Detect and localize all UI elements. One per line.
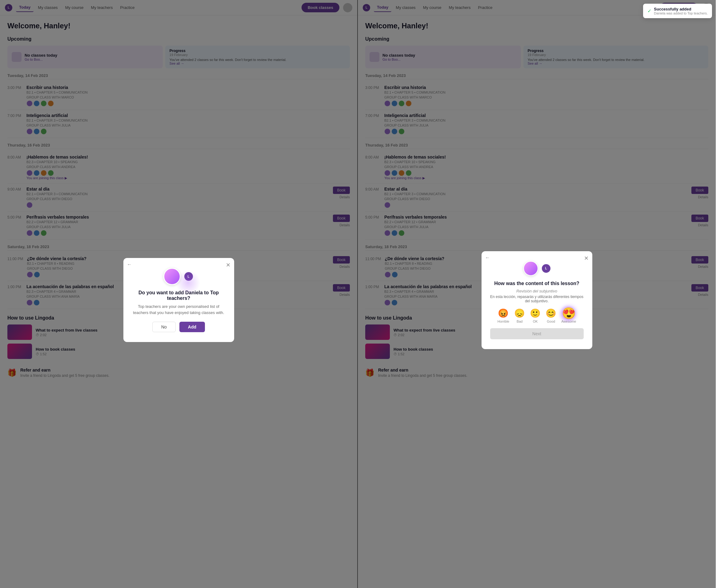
modal-avatar-area-right: L — [490, 261, 584, 276]
modal-title-left: Do you want to add Daniela to Top teache… — [132, 290, 225, 301]
modal-back-btn[interactable]: ← — [127, 262, 132, 267]
rating-bad[interactable]: 😞 Bad — [514, 308, 525, 323]
modal-close-btn-right[interactable]: ✕ — [584, 255, 589, 262]
modal-back-btn-right[interactable]: ← — [485, 255, 490, 260]
modal-desc-left: Top teachers are your own personalised l… — [132, 303, 225, 316]
toast-subtitle: Daniela was added to Top teachers. — [654, 12, 708, 15]
lesson-subtitle: Revisión del subjuntivo — [490, 289, 584, 293]
rating-ok[interactable]: 🙂 OK — [530, 308, 541, 323]
modal-overlay-left: ← ✕ L Do you want to add Daniela to Top … — [0, 0, 357, 588]
modal-avatar-area-left: L — [132, 268, 225, 285]
rating-modal-title: How was the content of this lesson? — [490, 281, 584, 286]
modal-logo-right: L — [542, 264, 550, 273]
teacher-avatar-right — [523, 261, 538, 276]
right-panel: L Today My classes My course My teachers… — [358, 0, 716, 588]
rating-good[interactable]: 😊 Good — [545, 308, 556, 323]
left-panel: L Today My classes My course My teachers… — [0, 0, 358, 588]
rating-modal: ← ✕ L How was the content of this lesson… — [481, 251, 592, 349]
modal-no-btn[interactable]: No — [152, 322, 176, 332]
rating-horrible[interactable]: 😡 Horrible — [498, 308, 509, 323]
toast-check-icon: ✓ — [647, 8, 651, 14]
modal-buttons-left: No Add — [132, 322, 225, 332]
modal-add-btn[interactable]: Add — [179, 322, 205, 332]
add-teacher-modal: ← ✕ L Do you want to add Daniela to Top … — [123, 258, 234, 342]
toast-title: Successfully added — [654, 7, 708, 12]
rating-awesome[interactable]: 😍 Awesome — [561, 308, 576, 323]
modal-overlay-right: ← ✕ L How was the content of this lesson… — [358, 0, 716, 588]
rating-next-btn[interactable]: Next — [490, 328, 584, 339]
modal-close-btn-left[interactable]: ✕ — [226, 262, 231, 269]
lesson-desc: En esta lección, repasarás y utilizarás … — [490, 295, 584, 303]
sparkle-bg — [176, 270, 200, 295]
rating-row: 😡 Horrible 😞 Bad 🙂 OK 😊 Good 😍 — [490, 308, 584, 323]
success-toast: ✓ Successfully added Daniela was added t… — [643, 4, 712, 18]
